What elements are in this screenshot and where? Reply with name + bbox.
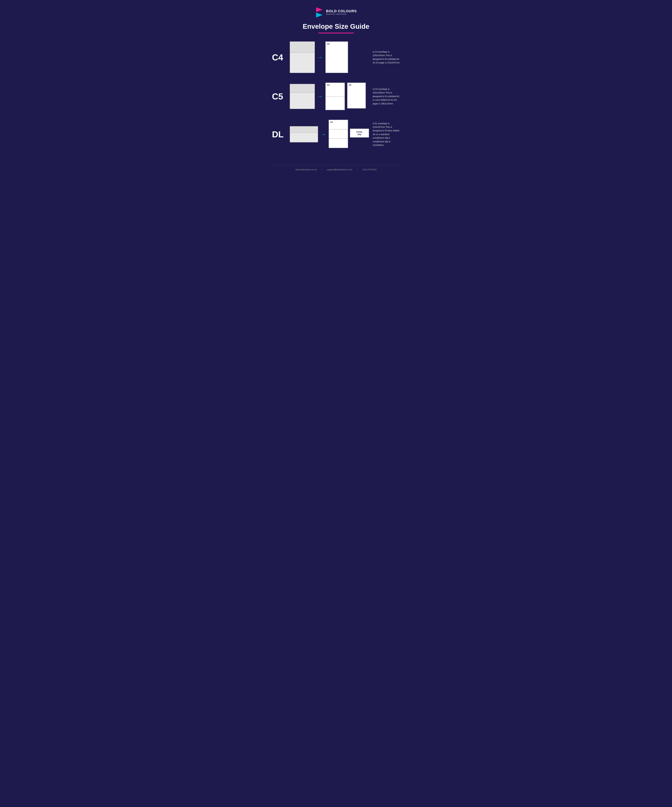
dl-fold-line-2: [329, 138, 348, 139]
c5-description: A C5 envelope is 162x229mm This is desig…: [370, 87, 400, 105]
c5-fold-line: [326, 96, 344, 97]
logo-icon: [315, 7, 324, 18]
c4-paper-wrapper: A4: [325, 42, 348, 73]
dl-desc-text: A DL envelope is 210x297mm This is desig…: [373, 122, 401, 147]
footer-sep-2: /: [357, 168, 358, 171]
c4-visuals: → A4: [290, 42, 370, 73]
logo-brand-name: BOLD COLOURS: [326, 9, 357, 13]
dl-envelope-flap: [290, 126, 318, 133]
c4-label-col: C4: [272, 52, 290, 62]
footer-website: www.boldcolours.co.uk: [295, 168, 317, 171]
dl-paper-a4: A4: [329, 120, 348, 148]
c4-arrow: →: [317, 54, 323, 61]
c4-envelope-flap: [290, 42, 314, 53]
logo-section: BOLD COLOURS Stationery Specialists: [315, 7, 357, 18]
c5-envelope: [290, 84, 315, 109]
c5-envelope-flap: [290, 84, 314, 93]
page-title: Envelope Size Guide: [303, 23, 369, 30]
dl-section: DL → A4 Comp.Slip: [272, 120, 400, 149]
c4-label: C4: [272, 52, 283, 62]
c5-label-col: C5: [272, 91, 290, 101]
footer-email: support@boldcolours.co.uk: [327, 168, 353, 171]
dl-envelope: [290, 126, 318, 142]
dl-arrow: →: [320, 131, 326, 138]
c5-section: C5 → A4 A5 A C5 envelope: [272, 83, 400, 110]
footer-phone: 0113 279 5812: [363, 168, 377, 171]
c5-desc-text: A C5 envelope is 162x229mm This is desig…: [373, 87, 401, 105]
dl-comp-slip: Comp.Slip: [350, 129, 369, 138]
dl-paper-wrapper: A4 Comp.Slip: [329, 120, 369, 149]
footer: www.boldcolours.co.uk / support@boldcolo…: [272, 165, 400, 171]
svg-marker-0: [316, 7, 323, 12]
logo-text: BOLD COLOURS Stationery Specialists: [326, 9, 357, 15]
c5-paper-a4: A4: [325, 83, 345, 110]
c5-paper-a5: A5: [347, 83, 366, 108]
c4-description: A C4 envelope is 229x324mm This is desig…: [370, 50, 400, 65]
c5-visuals: → A4 A5: [290, 83, 370, 110]
dl-label-col: DL: [272, 129, 290, 139]
c5-paper-a5-label: A5: [349, 84, 351, 86]
c4-paper-a4: A4: [325, 42, 348, 73]
c5-paper-wrapper: A4 A5: [325, 83, 366, 110]
title-underline: [318, 33, 354, 33]
c5-label: C5: [272, 91, 283, 101]
c4-desc-text: A C4 envelope is 229x324mm This is desig…: [373, 50, 401, 65]
logo-tagline: Stationery Specialists: [326, 13, 357, 15]
svg-marker-1: [316, 13, 323, 17]
dl-paper-a4-label: A4: [330, 121, 333, 123]
dl-fold-line-1: [329, 129, 348, 130]
dl-label: DL: [272, 130, 284, 139]
c5-arrow: →: [317, 93, 323, 100]
c4-section: C4 → A4 A C4 envelope is 229x324mm This …: [272, 42, 400, 73]
dl-comp-slip-label: Comp.Slip: [356, 131, 362, 136]
c4-envelope: [290, 42, 315, 73]
dl-visuals: → A4 Comp.Slip: [290, 120, 370, 149]
footer-sep-1: /: [321, 168, 322, 171]
dl-description: A DL envelope is 210x297mm This is desig…: [370, 122, 400, 147]
page-wrapper: BOLD COLOURS Stationery Specialists Enve…: [269, 0, 403, 177]
c4-paper-label: A4: [327, 43, 329, 45]
c5-paper-a4-label: A4: [327, 84, 329, 86]
